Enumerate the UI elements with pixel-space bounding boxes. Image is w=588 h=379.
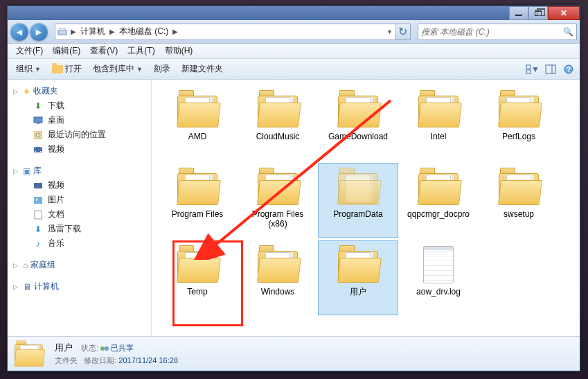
- file-item[interactable]: Program Files: [157, 163, 238, 238]
- file-item[interactable]: qqpcmgr_docpro: [398, 163, 479, 238]
- svg-rect-1: [60, 28, 65, 30]
- recent-icon: [33, 130, 44, 140]
- nav-desktop[interactable]: 桌面: [8, 113, 151, 127]
- svg-rect-10: [34, 117, 42, 123]
- minimize-button[interactable]: [509, 6, 528, 20]
- nav-videos-lib[interactable]: 视频: [8, 178, 151, 193]
- svg-rect-4: [526, 70, 531, 73]
- svg-text:?: ?: [567, 66, 571, 73]
- include-button[interactable]: 包含到库中 ▼: [89, 62, 147, 76]
- folder-icon: [497, 168, 541, 206]
- titlebar: ✕: [8, 6, 580, 20]
- file-item[interactable]: aow_drv.log: [398, 240, 479, 315]
- menu-view[interactable]: 查看(V): [86, 44, 122, 58]
- file-item[interactable]: CloudMusic: [238, 85, 318, 160]
- svg-rect-0: [58, 30, 66, 35]
- breadcrumb-drive[interactable]: 本地磁盘 (C:): [116, 24, 171, 39]
- folder-icon: [336, 90, 380, 129]
- file-label: Intel: [431, 132, 447, 141]
- svg-rect-22: [35, 211, 42, 219]
- picture-icon: [33, 195, 44, 205]
- refresh-button[interactable]: ↻: [395, 24, 410, 39]
- libraries-header[interactable]: ▷▣库: [8, 164, 151, 178]
- file-item[interactable]: ProgramData: [318, 163, 398, 238]
- file-label: Program Files (x86): [243, 209, 312, 229]
- address-dropdown[interactable]: ▾: [384, 28, 395, 35]
- video-icon: [33, 181, 44, 191]
- nav-documents[interactable]: 文档: [8, 207, 151, 222]
- view-options-button[interactable]: ▼: [526, 63, 540, 76]
- burn-button[interactable]: 刻录: [150, 62, 175, 76]
- open-button[interactable]: 打开: [48, 62, 86, 76]
- open-folder-icon: [52, 65, 63, 73]
- nav-recent[interactable]: 最近访问的位置: [8, 127, 151, 142]
- nav-videos-fav[interactable]: 视频: [8, 142, 151, 157]
- document-icon: [33, 210, 44, 220]
- file-label: AMD: [188, 132, 207, 141]
- file-label: qqpcmgr_docpro: [407, 209, 470, 219]
- folder-icon: [497, 90, 541, 129]
- menu-bar: 文件(F) 编辑(E) 查看(V) 工具(T) 帮助(H): [8, 44, 580, 59]
- file-item[interactable]: Temp: [157, 240, 238, 315]
- file-item[interactable]: Program Files (x86): [238, 163, 318, 238]
- folder-icon: [256, 168, 300, 206]
- file-item[interactable]: GameDownload: [318, 85, 398, 160]
- computer-header[interactable]: ▷🖥计算机: [8, 279, 151, 294]
- file-label: Windows: [261, 287, 295, 297]
- file-item[interactable]: swsetup: [479, 163, 559, 238]
- video-icon: [33, 145, 44, 155]
- forward-button[interactable]: ►: [30, 23, 48, 41]
- file-label: CloudMusic: [256, 132, 300, 141]
- favorites-header[interactable]: ▷★收藏夹: [8, 84, 151, 98]
- nav-row: ◄ ► ▶ 计算机 ▶ 本地磁盘 (C:) ▶ ▾ ↻ 🔍: [8, 20, 580, 44]
- svg-rect-6: [546, 65, 555, 73]
- preview-pane-button[interactable]: [544, 63, 558, 76]
- close-button[interactable]: ✕: [548, 6, 580, 20]
- address-bar[interactable]: ▶ 计算机 ▶ 本地磁盘 (C:) ▶ ▾ ↻: [55, 24, 411, 40]
- menu-tools[interactable]: 工具(T): [123, 44, 159, 58]
- homegroup-header[interactable]: ▷⌂家庭组: [8, 258, 151, 272]
- desktop-icon: [33, 116, 44, 125]
- maximize-button[interactable]: [528, 6, 548, 20]
- details-pane: 用户 状态: 已共享 文件夹 修改日期: 2017/11/24 16:28: [8, 336, 580, 371]
- download-icon: ⬇: [33, 101, 44, 111]
- nav-downloads[interactable]: ⬇下载: [8, 98, 151, 113]
- search-box[interactable]: 🔍: [418, 24, 577, 40]
- shared-icon: [100, 346, 109, 351]
- nav-music[interactable]: ♪音乐: [8, 236, 151, 251]
- file-item[interactable]: Windows: [238, 240, 318, 315]
- back-button[interactable]: ◄: [10, 23, 28, 41]
- help-button[interactable]: ?: [562, 63, 576, 76]
- search-input[interactable]: [421, 27, 563, 37]
- menu-edit[interactable]: 编辑(E): [48, 44, 84, 58]
- svg-rect-20: [34, 197, 42, 204]
- folder-icon: [336, 168, 380, 206]
- folder-icon: [336, 245, 380, 284]
- menu-help[interactable]: 帮助(H): [161, 44, 197, 58]
- menu-file[interactable]: 文件(F): [12, 44, 47, 58]
- breadcrumb-computer[interactable]: 计算机: [78, 24, 108, 39]
- file-item[interactable]: PerfLogs: [479, 85, 559, 160]
- svg-rect-18: [40, 151, 42, 152]
- file-label: GameDownload: [328, 132, 388, 141]
- svg-rect-11: [37, 123, 39, 124]
- svg-rect-19: [34, 183, 42, 188]
- folder-icon: [256, 245, 300, 284]
- file-item[interactable]: 用户: [318, 240, 398, 315]
- folder-view[interactable]: AMDCloudMusicGameDownloadIntelPerfLogsPr…: [152, 80, 580, 336]
- nav-xunlei[interactable]: ⬇迅雷下载: [8, 222, 151, 236]
- newfolder-button[interactable]: 新建文件夹: [177, 62, 227, 76]
- folder-icon: [175, 90, 220, 129]
- folder-icon: [416, 168, 461, 206]
- file-item[interactable]: AMD: [157, 85, 238, 160]
- file-item[interactable]: Intel: [398, 85, 479, 160]
- svg-point-21: [35, 198, 38, 201]
- file-label: 用户: [350, 287, 366, 297]
- folder-icon: [416, 90, 461, 129]
- search-icon: 🔍: [563, 27, 573, 37]
- file-label: ProgramData: [333, 209, 382, 219]
- organize-button[interactable]: 组织 ▼: [12, 62, 45, 76]
- svg-rect-15: [35, 148, 36, 148]
- drive-icon: [55, 28, 69, 36]
- nav-pictures[interactable]: 图片: [8, 193, 151, 207]
